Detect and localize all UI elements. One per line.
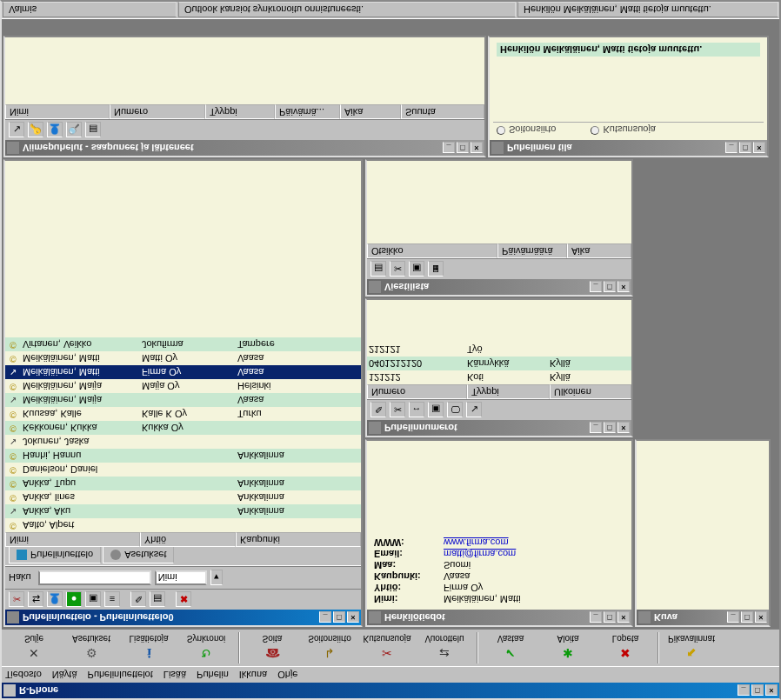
- number-row[interactable]: 0401212120KännykkäKyllä: [367, 357, 631, 370]
- col-header[interactable]: Tyyppi: [205, 104, 275, 119]
- pb-max-button[interactable]: □: [333, 612, 345, 623]
- col-header[interactable]: Aika: [567, 243, 631, 258]
- col-header[interactable]: Suunta: [401, 104, 484, 119]
- min-button[interactable]: _: [725, 143, 738, 154]
- phonebook-row[interactable]: ©Danielson, Daniel: [5, 463, 361, 477]
- max-button[interactable]: □: [457, 143, 469, 154]
- col-header[interactable]: Päivämä...: [275, 104, 340, 119]
- menu-item[interactable]: Puhelin: [197, 670, 229, 680]
- delete-button[interactable]: ✖: [176, 592, 191, 608]
- detail-value[interactable]: matti@firma.com: [444, 549, 516, 559]
- menu-item[interactable]: Puhelinluettelot: [88, 670, 153, 680]
- min-button[interactable]: _: [590, 282, 602, 293]
- recent-titlebar[interactable]: Viimepuhelut - saapuneet ja lähteneet _ …: [5, 140, 484, 156]
- details-titlebar[interactable]: Henkilötiedot _ □ ×: [367, 610, 631, 625]
- col-header[interactable]: Kaupunki: [236, 532, 361, 547]
- phonebook-row[interactable]: ©Ankka, IinesAnkkalinna: [5, 490, 361, 504]
- col-header[interactable]: Nimi: [5, 532, 140, 547]
- recent-list[interactable]: [5, 37, 484, 104]
- minimize-button[interactable]: _: [738, 685, 750, 697]
- messages-titlebar[interactable]: Viestilista _ □ ×: [367, 279, 631, 295]
- dropdown-icon[interactable]: ▾: [210, 570, 223, 586]
- pb-tool-icon[interactable]: ●: [66, 592, 82, 608]
- toolbar-button-asetukset[interactable]: ⚙Asetukset: [64, 630, 118, 665]
- phonebook-row[interactable]: ©Kuusaa, KalleKalle K OyTurku: [5, 407, 361, 421]
- col-header[interactable]: Numero: [110, 104, 205, 119]
- phonebook-row[interactable]: ↘Ankka, AkuAnkkalinna: [5, 504, 361, 518]
- menu-item[interactable]: Ohje: [277, 670, 297, 680]
- col-header[interactable]: Ulkoinen: [550, 384, 631, 399]
- phonebook-row[interactable]: ©Kekkonen, KukkaKukka Oy: [5, 421, 361, 435]
- toolbar-button-synkronoi[interactable]: ↻Synkronoi: [179, 630, 233, 665]
- max-button[interactable]: □: [739, 143, 751, 154]
- phonebook-row[interactable]: ↘Meikäläinen, MaijaVaasa: [5, 393, 361, 407]
- phonebook-row[interactable]: ©Meikäläinen, MattiMatti OyVaasa: [5, 351, 361, 365]
- toolbar-button-lisätietoja[interactable]: ℹLisätietoja: [122, 630, 176, 665]
- tool-icon[interactable]: ✂: [390, 262, 405, 277]
- col-header[interactable]: Nimi: [5, 104, 110, 119]
- min-button[interactable]: _: [727, 612, 739, 623]
- phonebook-row[interactable]: ↘Meikäläinen, MattiFirma OyVaasa: [5, 365, 361, 379]
- phonebook-row[interactable]: ©Ankka, TupuAnkkalinna: [5, 477, 361, 490]
- tool-icon[interactable]: ▣: [428, 403, 444, 418]
- toolbar-button-sulje[interactable]: ✕Sulje: [7, 630, 61, 665]
- col-header[interactable]: Otsikko: [367, 243, 497, 258]
- number-row[interactable]: 121212KotiKyllä: [367, 370, 631, 384]
- close-button[interactable]: ×: [617, 282, 630, 293]
- link[interactable]: www.firma.com: [444, 537, 509, 548]
- phonebook-row[interactable]: ©Hanhi, HannuAnkkalinna: [5, 449, 361, 463]
- menu-item[interactable]: Näytä: [52, 670, 77, 680]
- search-field-selector[interactable]: [155, 570, 207, 585]
- tool-icon[interactable]: 🔍: [66, 123, 82, 138]
- numbers-list[interactable]: 121212KotiKyllä0401212120KännykkäKyllä21…: [367, 300, 631, 384]
- picture-titlebar[interactable]: Kuva _ □ ×: [637, 610, 769, 625]
- maximize-button[interactable]: □: [751, 685, 764, 697]
- col-header[interactable]: Numero: [367, 384, 467, 399]
- min-button[interactable]: _: [590, 612, 602, 623]
- phonebook-list[interactable]: ©Aalto, Alpert↘Ankka, AkuAnkkalinna©Ankk…: [5, 161, 361, 532]
- pb-tool-icon[interactable]: ✂: [9, 592, 24, 608]
- number-row[interactable]: 212121Työ: [367, 343, 631, 357]
- tool-icon[interactable]: ✎: [370, 403, 386, 418]
- pb-tool-icon[interactable]: 👤: [47, 592, 63, 608]
- messages-list[interactable]: [367, 161, 631, 243]
- phonebook-row[interactable]: ©Aalto, Alpert: [5, 518, 361, 532]
- col-header[interactable]: Aika: [340, 104, 401, 119]
- tool-icon[interactable]: ↔: [409, 403, 424, 418]
- option-call-block[interactable]: Kutsunsuoja: [591, 124, 656, 135]
- link[interactable]: matti@firma.com: [444, 549, 516, 559]
- col-header[interactable]: Päivämäärä: [497, 243, 567, 258]
- min-button[interactable]: _: [590, 423, 602, 434]
- toolbar-button-soitonsiirto[interactable]: ↳Soitonsiirto: [303, 630, 357, 665]
- max-button[interactable]: □: [741, 612, 753, 623]
- pb-tool-icon[interactable]: ▤: [150, 592, 165, 608]
- phonebook-row[interactable]: ↘Jokunen, Jaska: [5, 435, 361, 449]
- close-button[interactable]: ×: [755, 612, 767, 623]
- close-button[interactable]: ×: [617, 423, 630, 434]
- pb-min-button[interactable]: _: [319, 612, 331, 623]
- max-button[interactable]: □: [604, 423, 616, 434]
- close-button[interactable]: ×: [617, 612, 630, 623]
- col-header[interactable]: Tyyppi: [467, 384, 550, 399]
- phone-state-titlebar[interactable]: Puhelimen tila _ □ ×: [490, 140, 767, 156]
- detail-value[interactable]: www.firma.com: [444, 537, 509, 548]
- toolbar-button-soita[interactable]: ☎Soita: [245, 630, 299, 665]
- toolbar-button-aloita[interactable]: ✱Aloita: [541, 630, 595, 665]
- min-button[interactable]: _: [443, 143, 455, 154]
- menu-item[interactable]: Lisää: [164, 670, 186, 680]
- numbers-titlebar[interactable]: Puhelinnumerot _ □ ×: [367, 420, 631, 436]
- toolbar-button-pikavalinnat[interactable]: ⬉Pikavalinnat: [664, 630, 718, 665]
- toolbar-button-kutsunsuoja[interactable]: ✂Kutsunsuoja: [360, 630, 414, 665]
- pb-close-button[interactable]: ×: [347, 612, 359, 623]
- phonebook-titlebar[interactable]: Puhelinluettelo - Puhelinluettelo0 _ □ ×: [5, 610, 361, 625]
- pb-tool-icon[interactable]: ⇆: [28, 592, 43, 608]
- max-button[interactable]: □: [604, 282, 616, 293]
- col-header[interactable]: Yhtiö: [140, 532, 236, 547]
- pb-tool-icon[interactable]: ✎: [130, 592, 146, 608]
- search-input[interactable]: [38, 570, 151, 585]
- close-button[interactable]: ×: [753, 143, 765, 154]
- close-button[interactable]: ×: [765, 685, 778, 697]
- tool-icon[interactable]: 🖵: [447, 403, 463, 418]
- option-call-forward[interactable]: Soitonsiirto: [497, 124, 556, 135]
- tool-icon[interactable]: 🔑: [28, 123, 43, 138]
